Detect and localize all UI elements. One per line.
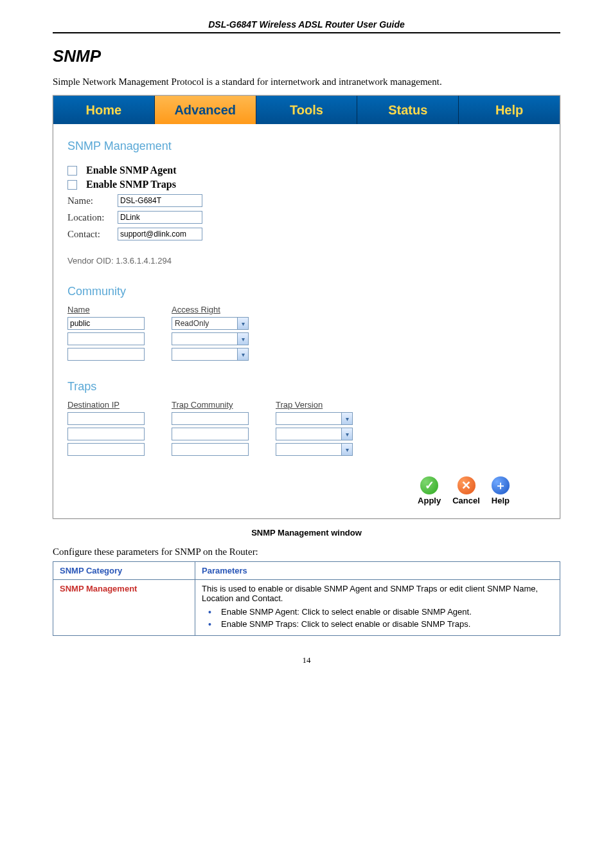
help-button[interactable]: ＋ Help [492,476,510,505]
table-header-params: Parameters [195,562,560,580]
chevron-down-icon: ▾ [237,348,248,360]
bullet-2: Enable SNMP Traps: Click to select enabl… [202,619,553,629]
community-access-1[interactable]: ▾ [172,332,249,345]
trap-dest-1[interactable] [67,428,145,440]
apply-icon: ✓ [420,476,438,494]
help-label: Help [492,496,510,505]
table-desc: This is used to enable or disable SNMP A… [202,584,538,603]
community-access-0-value: ReadOnly [175,319,237,328]
enable-snmp-traps-label: Enable SNMP Traps [86,179,176,190]
community-access-header: Access Right [172,305,249,314]
community-name-header: Name [67,305,145,314]
tab-status[interactable]: Status [357,96,459,124]
doc-header: DSL-G684T Wireless ADSL Router User Guid… [53,19,560,33]
tab-help[interactable]: Help [459,96,560,124]
name-input[interactable] [118,194,202,207]
enable-snmp-agent-checkbox[interactable] [67,166,77,176]
traps-dest-header: Destination IP [67,400,145,410]
section-title: SNMP [53,46,560,66]
chevron-down-icon: ▾ [341,444,352,455]
community-name-2[interactable] [67,348,145,361]
snmp-window: Home Advanced Tools Status Help SNMP Man… [53,95,560,519]
trap-community-1[interactable] [172,428,249,440]
contact-label: Contact: [67,229,118,240]
community-access-0[interactable]: ReadOnly ▾ [172,317,249,330]
trap-version-0[interactable]: ▾ [276,412,353,425]
table-params-cell: This is used to enable or disable SNMP A… [195,580,560,636]
chevron-down-icon: ▾ [237,318,248,329]
tab-bar: Home Advanced Tools Status Help [53,96,560,124]
table-header-category: SNMP Category [53,562,195,580]
snmp-mgmt-heading: SNMP Management [67,140,546,153]
configure-line: Configure these parameters for SNMP on t… [53,547,560,557]
apply-button[interactable]: ✓ Apply [418,476,441,505]
enable-snmp-traps-checkbox[interactable] [67,180,77,190]
traps-community-header: Trap Community [172,400,249,410]
tab-advanced[interactable]: Advanced [155,96,256,124]
cancel-label: Cancel [452,496,480,505]
intro-text: Simple Network Management Protocol is a … [53,77,560,87]
location-input[interactable] [118,211,202,224]
trap-community-2[interactable] [172,443,249,456]
community-access-2[interactable]: ▾ [172,348,249,361]
location-label: Location: [67,212,118,223]
contact-input[interactable] [118,228,202,240]
name-label: Name: [67,195,118,206]
cancel-button[interactable]: ✕ Cancel [452,476,480,505]
cancel-icon: ✕ [458,476,475,494]
trap-version-1[interactable]: ▾ [276,428,353,440]
figure-caption: SNMP Management window [53,528,560,538]
traps-version-header: Trap Version [276,400,353,410]
trap-community-0[interactable] [172,412,249,425]
community-heading: Community [67,285,546,298]
community-name-1[interactable] [67,332,145,345]
community-name-0[interactable] [67,317,145,330]
apply-label: Apply [418,496,441,505]
trap-version-2[interactable]: ▾ [276,443,353,456]
trap-dest-2[interactable] [67,443,145,456]
vendor-oid: Vendor OID: 1.3.6.1.4.1.294 [67,256,546,266]
chevron-down-icon: ▾ [237,333,248,345]
page-number: 14 [53,655,560,665]
bullet-1: Enable SNMP Agent: Click to select enabl… [202,607,553,617]
traps-heading: Traps [67,380,546,393]
enable-snmp-agent-label: Enable SNMP Agent [86,165,176,176]
trap-dest-0[interactable] [67,412,145,425]
parameters-table: SNMP Category Parameters SNMP Management… [53,561,560,636]
chevron-down-icon: ▾ [341,428,352,440]
table-category-cell: SNMP Management [53,580,195,636]
tab-home[interactable]: Home [53,96,155,124]
chevron-down-icon: ▾ [341,413,352,424]
tab-tools[interactable]: Tools [256,96,358,124]
help-icon: ＋ [492,476,510,494]
